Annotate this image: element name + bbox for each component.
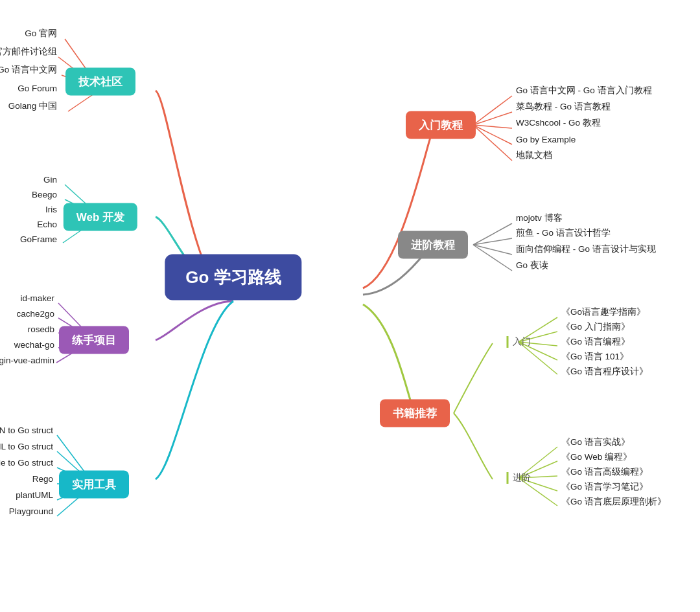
leaf-prac-2: cache2go (16, 309, 54, 319)
branch-tools: 实用工具 (59, 471, 129, 499)
leaf-prac-5: gin-vue-admin (0, 356, 54, 365)
branch-advanced: 进阶教程 (398, 231, 468, 259)
leaf-web-5: GoFrame (20, 234, 57, 244)
leaf-adv-3: 面向信仰编程 - Go 语言设计与实现 (516, 244, 656, 255)
branch-books: 书籍推荐 (380, 400, 450, 427)
leaf-web-4: Echo (37, 220, 57, 229)
leaf-prac-3: rosedb (28, 324, 54, 334)
leaf-intro-3: W3Cshcool - Go 教程 (516, 117, 601, 129)
book-adv-5: 《Go 语言底层原理剖析》 (561, 496, 666, 508)
book-intro-5: 《Go 语言程序设计》 (561, 366, 648, 378)
leaf-tech-2: Go 官方邮件讨论组 (0, 46, 57, 58)
leaf-intro-4: Go by Example (516, 135, 576, 144)
book-adv-2: 《Go Web 编程》 (561, 451, 632, 463)
leaf-adv-4: Go 夜读 (516, 260, 548, 271)
book-intro-1: 《Go语言趣学指南》 (561, 306, 646, 318)
leaf-prac-4: wechat-go (14, 340, 54, 350)
mindmap-canvas: Go 学习路线 技术社区 Go 官网 Go 官方邮件讨论组 Go 语言中文网 G… (0, 0, 700, 612)
book-intro-4: 《Go 语言 101》 (561, 351, 629, 363)
leaf-tech-1: Go 官网 (25, 28, 57, 40)
branch-web: Web 开发 (64, 203, 137, 231)
leaf-prac-1: id-maker (20, 293, 54, 303)
leaf-intro-2: 菜鸟教程 - Go 语言教程 (516, 101, 611, 113)
svg-line-28 (473, 245, 512, 255)
center-node: Go 学习路线 (165, 255, 301, 300)
branch-practice: 练手项目 (59, 326, 129, 354)
leaf-tech-3: Go 语言中文网 (0, 64, 57, 76)
leaf-web-1: Gin (43, 175, 57, 185)
leaf-adv-1: mojotv 博客 (516, 212, 563, 224)
leaf-intro-1: Go 语言中文网 - Go 语言入门教程 (516, 85, 652, 96)
leaf-tech-5: Golang 中国 (8, 100, 57, 112)
leaf-tool-6: Playground (9, 506, 53, 516)
leaf-tool-2: YAML to Go struct (0, 442, 53, 451)
svg-line-27 (473, 238, 512, 245)
svg-line-25 (473, 125, 512, 161)
book-intro-3: 《Go 语言编程》 (561, 336, 630, 348)
branch-intro: 入门教程 (406, 111, 476, 139)
book-adv-3: 《Go 语言高级编程》 (561, 466, 648, 478)
book-adv-4: 《Go 语言学习笔记》 (561, 481, 648, 493)
sub-adv-label: 进阶 (507, 472, 531, 484)
branch-tech: 技术社区 (65, 68, 135, 96)
svg-line-29 (473, 245, 512, 271)
book-intro-2: 《Go 入门指南》 (561, 321, 630, 333)
svg-line-24 (473, 125, 512, 144)
svg-line-26 (473, 223, 512, 245)
leaf-tool-4: Rego (32, 474, 53, 484)
svg-line-23 (473, 125, 512, 128)
svg-line-21 (473, 96, 512, 125)
svg-line-22 (473, 112, 512, 125)
leaf-adv-2: 煎鱼 - Go 语言设计哲学 (516, 227, 611, 239)
book-adv-1: 《Go 语言实战》 (561, 436, 630, 448)
leaf-tool-5: plantUML (16, 490, 53, 500)
leaf-web-2: Beego (32, 190, 57, 199)
leaf-tech-4: Go Forum (18, 84, 57, 93)
leaf-web-3: Iris (45, 205, 57, 214)
leaf-tool-1: JSON to Go struct (0, 425, 53, 435)
leaf-tool-3: Table to Go struct (0, 458, 53, 468)
sub-intro-label: 入门 (507, 336, 531, 348)
leaf-intro-5: 地鼠文档 (516, 150, 552, 161)
